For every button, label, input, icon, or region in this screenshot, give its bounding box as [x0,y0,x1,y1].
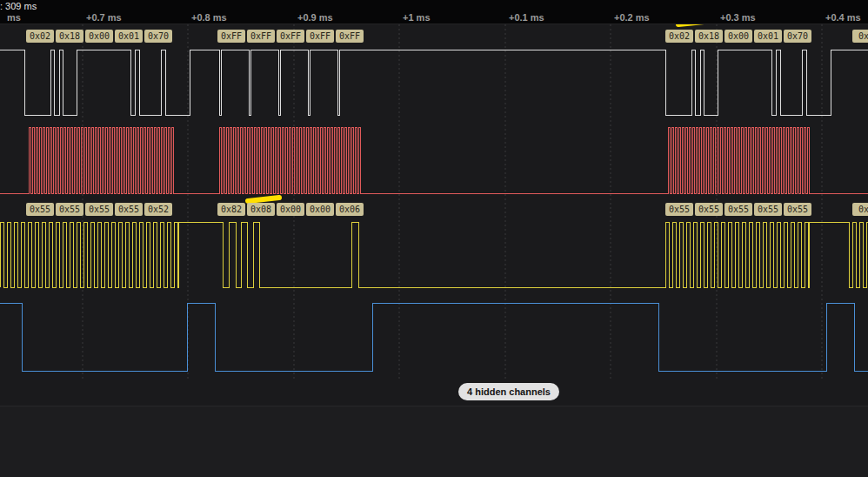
decoded-byte[interactable]: 0xFF [277,30,304,43]
tick-label: +0.7 ms [86,12,122,23]
channel-0-trace [0,50,868,115]
decoded-byte[interactable]: 0x06 [336,203,364,216]
decoded-byte[interactable]: 0x55 [665,203,693,216]
decoded-byte[interactable]: 0x00 [724,30,752,43]
logic-analyzer-view: 0x020x180x000x010x700xFF0xFF0xFF0xFF0xFF… [0,0,868,477]
tick-label: +0.3 ms [720,12,756,23]
tick-label: +0.8 ms [191,12,227,23]
decoded-byte[interactable]: 0x55 [754,203,782,216]
decoded-byte[interactable]: 0x01 [754,30,782,43]
decoded-byte[interactable]: 0x5 [852,203,868,216]
decoded-byte[interactable]: 0x55 [26,203,54,216]
decoded-byte[interactable]: 0x01 [115,30,143,43]
highlighter-annotations [248,20,721,201]
decoded-byte[interactable]: 0x00 [306,203,334,216]
decoded-byte[interactable]: 0xFF [247,30,275,43]
channel-1-trace [0,127,868,193]
decoded-byte[interactable]: 0x55 [784,203,811,216]
decoded-byte[interactable]: 0x00 [277,203,304,216]
highlighter-mark [248,198,279,201]
tick-label: +0.1 ms [509,12,544,23]
channel-3-trace [0,303,868,371]
decoded-byte[interactable]: 0xFF [217,30,245,43]
decoded-byte[interactable]: 0x55 [724,203,752,216]
tick-label-partial: ms [7,12,21,23]
decoded-byte[interactable]: 0x70 [144,30,172,43]
decoded-byte[interactable]: 0x00 [85,30,113,43]
bottom-panel [0,406,868,477]
gridlines [83,24,822,380]
timeline-ruler[interactable]: : 309 ms ms +0.7 ms+0.8 ms+0.9 ms+1 ms+0… [0,0,868,24]
tick-label: +0.9 ms [297,12,333,23]
decoded-byte[interactable]: 0x55 [695,203,723,216]
timeline-position-label: : 309 ms [0,1,37,11]
tick-label: +0.2 ms [614,12,650,23]
hidden-channels-badge[interactable]: 4 hidden channels [458,383,559,400]
decoded-byte[interactable]: 0x55 [56,203,83,216]
waveform-area[interactable]: 0x020x180x000x010x700xFF0xFF0xFF0xFF0xFF… [0,0,868,477]
decoded-byte[interactable]: 0x52 [144,203,172,216]
decoded-byte[interactable]: 0x82 [217,203,245,216]
decoded-byte[interactable]: 0x18 [695,30,723,43]
decoded-byte[interactable]: 0xFF [306,30,334,43]
decoded-byte[interactable]: 0x08 [247,203,275,216]
decoded-byte[interactable]: 0xFF [336,30,364,43]
decoded-byte[interactable]: 0x0 [852,30,868,43]
tick-label: +1 ms [403,12,431,23]
decoded-byte[interactable]: 0x70 [784,30,811,43]
decoded-byte[interactable]: 0x02 [26,30,54,43]
channel-2-trace [0,222,868,287]
decoded-byte[interactable]: 0x55 [115,203,143,216]
decoded-byte[interactable]: 0x18 [56,30,83,43]
decoded-byte[interactable]: 0x55 [85,203,113,216]
decoded-byte[interactable]: 0x02 [665,30,693,43]
tick-label: +0.4 ms [825,12,861,23]
